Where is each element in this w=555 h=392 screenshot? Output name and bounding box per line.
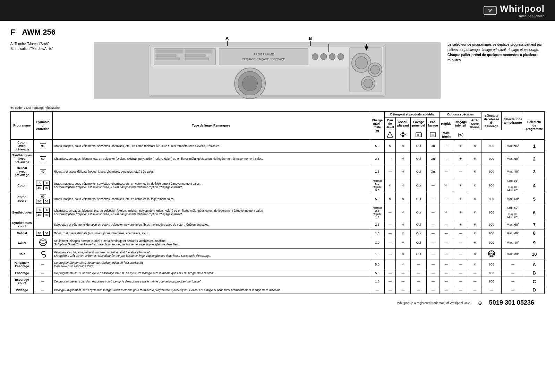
assou-essorage-court: — bbox=[395, 277, 410, 286]
arret-synth: ✳ bbox=[468, 205, 481, 220]
num-essorage-court: C bbox=[524, 277, 545, 286]
vitesse-synth: 900 bbox=[481, 205, 502, 220]
arret-delicat: ✳ bbox=[468, 229, 481, 237]
table-row: Synthétiques 60 50 40 30 Chemises, corsa… bbox=[11, 205, 545, 220]
rincage-delicat-prelavage: — bbox=[453, 165, 468, 178]
svg-text:W: W bbox=[488, 9, 492, 12]
col-eau-javel: Eau de Javel bbox=[384, 117, 395, 130]
label-a: A. Touche "Marche/Arrêt" bbox=[10, 42, 87, 46]
vitesse-vidange: — bbox=[481, 286, 502, 294]
svg-point-35 bbox=[401, 134, 402, 135]
javel-rincage-essorage bbox=[384, 260, 395, 269]
table-row: Vidange — Vidange uniquement, sans cycle… bbox=[11, 286, 545, 294]
rincage-coton-court: ✳ bbox=[453, 193, 468, 205]
col-assou: Assou-plissant bbox=[395, 117, 410, 130]
rapide-synth: ✳ bbox=[439, 205, 453, 220]
footer-q-symbol: ⊕ bbox=[478, 300, 482, 306]
pre-synth-court: — bbox=[427, 220, 439, 229]
charge-coton-court: 5,0 bbox=[370, 193, 384, 205]
vitesse-synth-prelavage: 900 bbox=[481, 153, 502, 165]
col-assou-icon bbox=[395, 130, 410, 140]
pre-delicat-prelavage: Oui bbox=[427, 165, 439, 178]
num-coton-prelavage: 1 bbox=[524, 140, 545, 153]
vitesse-synth-court: 900 bbox=[481, 220, 502, 229]
temp-essorage: — bbox=[502, 269, 524, 277]
lavage-soie: Oui bbox=[410, 249, 427, 260]
whirlpool-logo: W Whirlpool Home Appliances bbox=[483, 3, 545, 18]
charge-synth-court: 2,5 bbox=[370, 220, 384, 229]
num-coton-court: 5 bbox=[524, 193, 545, 205]
desc-coton-court: Draps, nappes, sous-vêtements, serviette… bbox=[52, 193, 370, 205]
svg-rect-7 bbox=[156, 58, 180, 60]
col-type-linge: Type de linge /Remarques bbox=[52, 112, 370, 140]
rapide-laine: — bbox=[439, 237, 453, 249]
whirlpool-logo-icon: W bbox=[483, 5, 497, 16]
svg-point-34 bbox=[402, 136, 404, 137]
lavage-essorage-court: — bbox=[410, 277, 427, 286]
rapide-soie: — bbox=[439, 249, 453, 260]
col-charge: Charge maxi-malekg bbox=[370, 112, 384, 140]
assou-laine: ✳ bbox=[395, 237, 410, 249]
vitesse-rincage-essorage: 900 bbox=[481, 260, 502, 269]
rincage-essorage: — bbox=[453, 269, 468, 277]
rapide-delicat: — bbox=[439, 229, 453, 237]
col-pre-lavage: Pré-lavage bbox=[427, 117, 439, 130]
charge-laine: 1,0 bbox=[370, 237, 384, 249]
col-sel-vitesse: Sélecteur de vitesse d' essorage bbox=[481, 112, 502, 130]
temp-rincage-essorage: — bbox=[502, 260, 524, 269]
arrow-b-line bbox=[310, 41, 311, 46]
svg-rect-30 bbox=[151, 95, 384, 97]
svg-point-17 bbox=[338, 54, 344, 60]
lavage-delicat-prelavage: Oui bbox=[410, 165, 427, 178]
temp-delicat: Max. 40° bbox=[502, 229, 524, 237]
sym-coton-court: 60 40 30 bbox=[33, 193, 52, 205]
lavage-synth-prelavage: Oui bbox=[410, 153, 427, 165]
arret-synth-court: ✳ bbox=[468, 220, 481, 229]
col-sel-programme: Sélecteur de programme bbox=[524, 112, 545, 140]
assou-synth-court: ✳ bbox=[395, 220, 410, 229]
prog-synth-prelavage: Synthétiquesavec prélavage bbox=[11, 153, 34, 165]
pre-essorage: — bbox=[427, 269, 439, 277]
rincage-soie: — bbox=[453, 249, 468, 260]
charge-delicat: 1,5 bbox=[370, 229, 384, 237]
lavage-laine: Oui bbox=[410, 237, 427, 249]
assou-delicat: ✳ bbox=[395, 229, 410, 237]
temp-synth: Max. 60°RapideMax. 60° bbox=[502, 205, 524, 220]
footer-trademark: Whirlpool is a registered trademark of W… bbox=[397, 301, 471, 305]
assou-delicat-prelavage: ✳ bbox=[395, 165, 410, 178]
javel-vidange: — bbox=[384, 286, 395, 294]
info-labels: A. Touche "Marche/Arrêt" B. Indication "… bbox=[10, 42, 87, 99]
prog-synth-court: Synthétiquescourt bbox=[11, 220, 34, 229]
table-row: Rinçage +Essorage — Ce programme permet … bbox=[11, 260, 545, 269]
sym-coton-prelavage: 95 bbox=[33, 140, 52, 153]
prog-coton-prelavage: Cotonavec prélavage bbox=[11, 140, 34, 153]
table-row: Cotoncourt 60 40 30 Draps, nappes, sous-… bbox=[11, 193, 545, 205]
svg-rect-9 bbox=[185, 54, 205, 57]
vitesse-essorage: 900 bbox=[481, 269, 502, 277]
table-row: Synthétiquesavec prélavage 60 Chemises, … bbox=[11, 153, 545, 165]
title-section: F AWM 256 bbox=[10, 28, 545, 37]
vitesse-delicat: 900 bbox=[481, 229, 502, 237]
pre-synth-prelavage: Oui bbox=[427, 153, 439, 165]
javel-laine: — bbox=[384, 237, 395, 249]
javel-delicat-prelavage: — bbox=[384, 165, 395, 178]
arret-laine: ✳ bbox=[468, 237, 481, 249]
svg-point-32 bbox=[402, 133, 404, 136]
diagram-wrapper: A B PROGRAMME bbox=[94, 42, 441, 99]
table-row: Délicat 40 30 Rideaux et tissus délicats… bbox=[11, 229, 545, 237]
charge-rincage-essorage: 5,0 bbox=[370, 260, 384, 269]
arret-essorage-court: — bbox=[468, 277, 481, 286]
sym-vidange: — bbox=[33, 286, 52, 294]
assou-synth-prelavage: ✳ bbox=[395, 153, 410, 165]
pre-coton-prelavage: Oui bbox=[427, 140, 439, 153]
rincage-coton: ✳ bbox=[453, 178, 468, 193]
sym-laine bbox=[33, 237, 52, 249]
svg-point-22 bbox=[370, 65, 379, 74]
col-eau-javel-icon bbox=[384, 130, 395, 140]
sym-delicat: 40 30 bbox=[33, 229, 52, 237]
javel-coton-court: ✳ bbox=[384, 193, 395, 205]
desc-essorage: Ce programme est suivi d'un cycle d'esso… bbox=[52, 269, 370, 277]
temp-coton-court: Max. 60° bbox=[502, 193, 524, 205]
prog-essorage-court: Essorage court bbox=[11, 277, 34, 286]
rincage-laine: — bbox=[453, 237, 468, 249]
